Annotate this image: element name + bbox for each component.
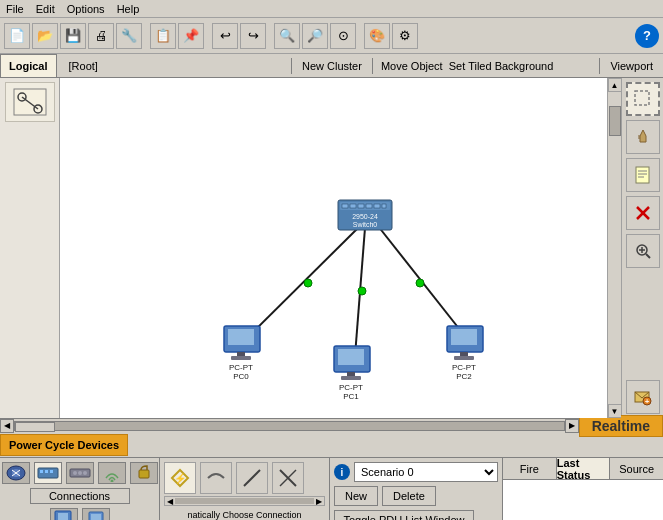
conn-scroll-left[interactable]: ◀ [165, 497, 175, 506]
scenario-panel: i Scenario 0 New Delete Toggle PDU List … [330, 458, 503, 520]
zoom-reset-button[interactable]: ⊙ [330, 23, 356, 49]
svg-rect-72 [58, 513, 68, 520]
toggle-pdu-button[interactable]: Toggle PDU List Window [334, 510, 474, 520]
menu-options[interactable]: Options [67, 3, 105, 15]
horizontal-scrollbar[interactable]: ◀ ▶ Realtime [0, 418, 663, 432]
svg-rect-38 [454, 356, 474, 360]
svg-rect-41 [635, 91, 649, 105]
paste-button[interactable]: 📌 [178, 23, 204, 49]
wireless-icon[interactable] [98, 462, 126, 484]
connections-button[interactable]: Connections [30, 488, 130, 504]
laptop-icon[interactable] [82, 508, 110, 520]
pc-icon[interactable] [50, 508, 78, 520]
undo-button[interactable]: ↩ [212, 23, 238, 49]
fire-tab[interactable]: Fire [503, 458, 557, 479]
scroll-thumb-h[interactable] [15, 422, 55, 432]
scroll-right-arrow[interactable]: ▶ [565, 419, 579, 433]
delete-tool-button[interactable] [626, 196, 660, 230]
move-object-label[interactable]: Move Object [381, 60, 443, 72]
scroll-thumb[interactable] [609, 106, 621, 136]
delete-scenario-button[interactable]: Delete [382, 486, 436, 506]
svg-rect-18 [366, 204, 372, 208]
svg-point-7 [304, 279, 312, 287]
main-area: 2950-24 Switch0 PC-PT PC0 PC-PT PC1 [0, 78, 663, 418]
scroll-track[interactable] [14, 421, 565, 431]
svg-rect-44 [636, 167, 649, 183]
set-tiled-bg-label[interactable]: Set Tiled Background [449, 60, 554, 72]
scroll-up-arrow[interactable]: ▲ [608, 78, 622, 92]
palette-button[interactable]: 🎨 [364, 23, 390, 49]
router-icon[interactable] [2, 462, 30, 484]
console-connect-button[interactable] [200, 462, 232, 494]
svg-point-66 [73, 471, 77, 475]
straight-connect-button[interactable] [236, 462, 268, 494]
source-tab[interactable]: Source [610, 458, 663, 479]
zoom-out-button[interactable]: 🔎 [302, 23, 328, 49]
save-button[interactable]: 💾 [60, 23, 86, 49]
last-status-tab[interactable]: Last Status [557, 458, 611, 479]
copy-button[interactable]: 📋 [150, 23, 176, 49]
root-breadcrumb[interactable]: [Root] [57, 58, 292, 74]
activity-wizard-button[interactable]: 🔧 [116, 23, 142, 49]
status-bar: Power Cycle Devices [0, 432, 663, 458]
new-cluster-button[interactable]: New Cluster [292, 58, 373, 74]
scroll-left-arrow[interactable]: ◀ [0, 419, 14, 433]
svg-rect-20 [382, 204, 386, 208]
scenario-select[interactable]: Scenario 0 [354, 462, 498, 482]
viewport-button[interactable]: Viewport [599, 58, 663, 74]
network-diagram: 2950-24 Switch0 PC-PT PC0 PC-PT PC1 [60, 78, 621, 418]
svg-point-8 [358, 287, 366, 295]
move-object-button: Move Object Set Tiled Background [373, 58, 599, 74]
logical-view-tab[interactable]: Logical [0, 54, 57, 78]
connection-tools-panel: ⚡ ◀ ▶ [160, 458, 330, 520]
svg-rect-24 [228, 329, 254, 345]
fls-content [503, 480, 663, 520]
svg-rect-32 [341, 376, 361, 380]
device-icons-row2 [50, 508, 110, 520]
info-button[interactable]: ? [635, 24, 659, 48]
svg-rect-30 [338, 349, 364, 365]
switch-icon[interactable] [34, 462, 62, 484]
auto-connect-button[interactable]: ⚡ [164, 462, 196, 494]
conn-scroll-right[interactable]: ▶ [314, 497, 324, 506]
scenario-top-row: i Scenario 0 [334, 462, 498, 482]
select-tool-button[interactable] [626, 82, 660, 116]
conn-scrollbar[interactable]: ◀ ▶ [164, 496, 325, 506]
scroll-down-arrow[interactable]: ▼ [608, 404, 622, 418]
menu-edit[interactable]: Edit [36, 3, 55, 15]
menu-help[interactable]: Help [117, 3, 140, 15]
new-button[interactable]: 📄 [4, 23, 30, 49]
svg-point-69 [110, 480, 113, 483]
svg-rect-37 [460, 352, 468, 356]
svg-rect-15 [342, 204, 348, 208]
vertical-scrollbar[interactable]: ▲ ▼ [607, 78, 621, 418]
redo-button[interactable]: ↪ [240, 23, 266, 49]
menu-file[interactable]: File [6, 3, 24, 15]
network-canvas[interactable]: 2950-24 Switch0 PC-PT PC0 PC-PT PC1 [60, 78, 621, 418]
security-icon[interactable] [130, 462, 158, 484]
svg-text:Switch0: Switch0 [353, 221, 378, 228]
hub-icon[interactable] [66, 462, 94, 484]
svg-text:PC0: PC0 [233, 372, 249, 381]
svg-rect-19 [374, 204, 380, 208]
svg-point-67 [78, 471, 82, 475]
logical-icon[interactable] [5, 82, 55, 122]
conn-scroll-track[interactable] [175, 498, 314, 504]
print-button[interactable]: 🖨 [88, 23, 114, 49]
zoom-tool-button[interactable] [626, 234, 660, 268]
svg-text:⚡: ⚡ [174, 472, 187, 485]
note-tool-button[interactable] [626, 158, 660, 192]
svg-rect-16 [350, 204, 356, 208]
add-pdu-button[interactable]: + [626, 380, 660, 414]
open-button[interactable]: 📂 [32, 23, 58, 49]
custom-device-button[interactable]: ⚙ [392, 23, 418, 49]
power-cycle-button[interactable]: Power Cycle Devices [0, 434, 128, 456]
svg-rect-62 [40, 470, 43, 473]
svg-text:PC2: PC2 [456, 372, 472, 381]
zoom-in-button[interactable]: 🔍 [274, 23, 300, 49]
svg-point-68 [83, 471, 87, 475]
hand-tool-button[interactable] [626, 120, 660, 154]
menubar: File Edit Options Help [0, 0, 663, 18]
new-scenario-button[interactable]: New [334, 486, 378, 506]
crossover-connect-button[interactable] [272, 462, 304, 494]
